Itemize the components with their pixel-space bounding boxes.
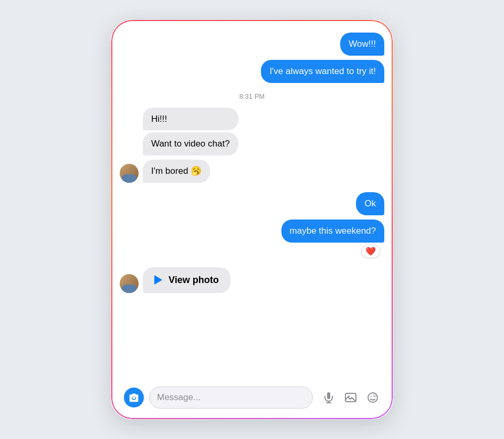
mic-icon [322, 391, 335, 404]
received-bubbles-photo: View photo [143, 267, 230, 293]
svg-point-6 [368, 393, 377, 402]
reaction-row: ❤️ [120, 245, 384, 258]
camera-button[interactable] [124, 388, 144, 407]
bubble-wow: Wow!!! [340, 33, 384, 56]
received-group-1: Hi!!! Want to video chat? [120, 108, 384, 156]
sticker-button[interactable] [365, 390, 380, 405]
svg-point-7 [371, 396, 372, 397]
timestamp-831: 8:31 PM [120, 92, 384, 100]
message-sent-ok: Ok [120, 192, 384, 215]
received-group-photo: View photo [120, 267, 384, 293]
message-sent-weekend: maybe this weekend? [120, 220, 384, 243]
bubble-weekend: maybe this weekend? [281, 220, 384, 243]
message-sent-always: I've always wanted to try it! [120, 60, 384, 83]
avatar-spacer-1 [120, 137, 139, 155]
input-icons [321, 390, 380, 405]
svg-rect-1 [327, 392, 330, 399]
mic-button[interactable] [321, 390, 336, 405]
input-area: Message... [120, 381, 384, 419]
bubble-hi: Hi!!! [143, 108, 238, 131]
photo-button[interactable] [343, 390, 358, 405]
view-photo-label: View photo [169, 275, 219, 286]
avatar-2 [120, 274, 139, 293]
sticker-icon [366, 391, 379, 404]
message-placeholder: Message... [157, 392, 201, 403]
received-group-bored: I'm bored 🥱 [120, 160, 384, 183]
bubble-ok: Ok [356, 192, 384, 215]
avatar-1 [120, 164, 139, 183]
camera-icon [129, 392, 139, 403]
message-sent-wow: Wow!!! [120, 33, 384, 56]
view-photo-bubble[interactable]: View photo [143, 267, 230, 293]
reaction-heart: ❤️ [361, 245, 380, 258]
received-bubbles-bored: I'm bored 🥱 [143, 160, 210, 183]
received-bubbles-top: Hi!!! Want to video chat? [143, 108, 238, 156]
bubble-bored: I'm bored 🥱 [143, 160, 210, 183]
avatar-body-2 [122, 285, 136, 293]
avatar-body [122, 174, 136, 183]
phone-frame: Wow!!! I've always wanted to try it! 8:3… [110, 19, 394, 420]
messages-area: Wow!!! I've always wanted to try it! 8:3… [120, 33, 384, 381]
svg-point-0 [132, 396, 135, 399]
photo-icon [344, 391, 357, 404]
bubble-always: I've always wanted to try it! [261, 60, 384, 83]
message-input[interactable]: Message... [149, 386, 313, 409]
chat-container: Wow!!! I've always wanted to try it! 8:3… [111, 20, 393, 419]
play-icon [154, 275, 162, 285]
bubble-video: Want to video chat? [143, 132, 238, 155]
